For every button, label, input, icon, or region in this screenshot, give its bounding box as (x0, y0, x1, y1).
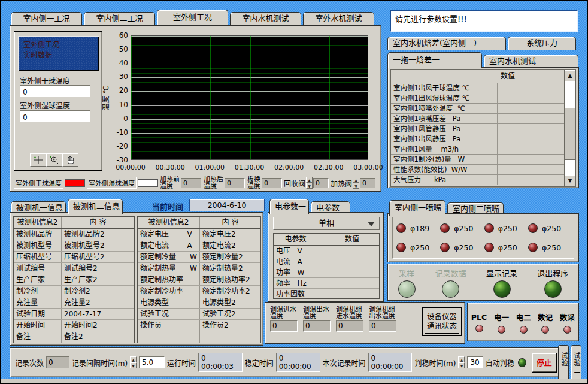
record-count-label: 记录次数 (15, 358, 44, 368)
nozzle-indicator[interactable]: φ250 (440, 223, 482, 233)
action-button-led[interactable] (398, 280, 416, 298)
right-tab[interactable]: 室内水机测试 (484, 55, 578, 68)
action-button-led[interactable] (442, 280, 459, 298)
action-button[interactable]: 退出程序 (537, 267, 568, 298)
comm-status-label: 数采 (560, 312, 575, 323)
measurement-row[interactable]: 室内侧1出风干球温度 ℃ (391, 83, 565, 93)
legend-entry[interactable]: 室外侧干球温度 (14, 177, 85, 189)
measurement-table-header: 数值 (391, 70, 565, 83)
power-tab-label: 电参数一 (275, 202, 306, 211)
measurement-value (498, 165, 565, 174)
top-tab[interactable]: 室内水机测试 (230, 12, 301, 25)
water-field: 调温出水 温度 0 (303, 306, 331, 332)
record-time-value: 0 00:00:00 (368, 353, 413, 372)
device-comm-status-button[interactable]: 设备仪器 通讯状态 (422, 307, 462, 336)
power-panel: 单相 电参数一 数值 电压 V 电流 A (268, 212, 384, 302)
measurement-row[interactable]: 室内侧1喷嘴处温度 ℃ (391, 104, 565, 114)
comm-status-led (541, 326, 549, 334)
table-row: 被测机型号 被测机型号2 (14, 240, 134, 252)
unit-tab[interactable]: 被测机二信息 (68, 199, 123, 214)
nozzle-tab[interactable]: 室内侧一喷嘴 (389, 200, 445, 216)
nozzle-label: φ250 (454, 243, 473, 252)
valve-spinner[interactable]: ▲▼ (353, 177, 359, 189)
table-row: 被测机品牌 被测机品牌2 (14, 229, 134, 240)
measurement-label: 室内侧1出风干球温度 ℃ (391, 83, 498, 93)
measurement-row[interactable]: 室内侧1制冷(热)量 W (391, 155, 565, 165)
power-tab[interactable]: 电参数一 (269, 199, 309, 214)
row-value: 充注量2 (62, 297, 134, 308)
nozzle-indicator[interactable]: φ250 (440, 243, 482, 252)
pan-tool-icon[interactable] (62, 153, 78, 167)
measurement-row[interactable]: 性能系数(能效比) W/W (391, 165, 565, 175)
right-tab[interactable]: 室内水机焓差(室内侧一) (387, 37, 506, 50)
header-cell: 数值 (325, 234, 379, 245)
nozzle-led (528, 223, 538, 233)
top-tab[interactable]: 室外侧工况 (157, 10, 228, 25)
comm-status-label: 电二 (516, 312, 531, 323)
dry-bulb-value: 0 (20, 85, 90, 97)
table-row: 频率 Hz (274, 278, 379, 289)
top-tab[interactable]: 室外水机测试 (303, 12, 374, 25)
comm-status-item: 电二 (516, 312, 531, 334)
interval-value[interactable]: 5.0 (139, 356, 165, 368)
nozzle-led (484, 243, 494, 252)
row-label: 额定电压 V (138, 229, 200, 240)
nozzle-label: φ250 (410, 243, 429, 252)
row-value: 额定制热量2 (200, 263, 260, 274)
alert-message: 请先进行参数设置!!! (390, 10, 578, 32)
measurement-row[interactable]: 室内侧1出风静压 Pa (391, 134, 565, 144)
temperature-plot-area[interactable] (131, 35, 368, 160)
action-button-label: 记录数据 (435, 267, 466, 279)
interval-spinner[interactable]: ▲▼ (130, 356, 137, 368)
scroll-up-icon[interactable]: ▲ (565, 70, 575, 81)
right-tab[interactable]: 系统压力 (508, 37, 576, 50)
nozzle-indicator[interactable]: φ250 (528, 223, 570, 233)
nozzle-indicator[interactable]: φ250 (484, 243, 526, 252)
top-tab-label: 室外水机测试 (315, 14, 362, 23)
top-tab-label: 室外侧工况 (173, 13, 212, 22)
comm-status-led (520, 326, 528, 334)
phase-dropdown[interactable]: 单相 (273, 217, 380, 230)
nozzle-led-grid: φ189 φ250 φ250 φ250 (392, 217, 574, 259)
nozzle-label: φ250 (498, 243, 517, 252)
scroll-thumb[interactable] (565, 107, 575, 160)
record-count-value: 0 (46, 356, 69, 368)
measurement-row[interactable]: 室内侧1出风湿球温度 ℃ (391, 93, 565, 104)
stop-button[interactable]: 停止 (532, 353, 556, 372)
valve-value[interactable]: 0 (313, 178, 329, 188)
action-button-led[interactable] (493, 280, 511, 298)
nozzle-indicator[interactable]: φ250 (484, 223, 526, 233)
unit-tab-label: 被测机一信息 (16, 203, 63, 212)
measurement-row[interactable]: 室内侧1风管静压 Pa (391, 124, 565, 134)
water-label-bottom: 进水温度 (336, 313, 363, 319)
experiment-tab[interactable]: 试验二 (571, 345, 581, 380)
valve-spinner[interactable]: ▲▼ (306, 177, 313, 189)
experiment-tab[interactable]: 试验一 (558, 345, 569, 380)
judge-spinner[interactable]: ▲▼ (458, 356, 465, 368)
zoom-tool-icon[interactable] (46, 153, 62, 167)
action-button[interactable]: 显示记录 (486, 267, 517, 298)
legend-entry[interactable]: 室外侧湿球温度 (87, 177, 158, 189)
row-value: 备注2 (62, 331, 134, 343)
action-button[interactable]: 记录数据 (435, 267, 466, 298)
measurement-label: 室内侧1出风湿球温度 ℃ (391, 93, 498, 103)
top-tab[interactable]: 室内侧二工况 (84, 12, 155, 25)
top-tab[interactable]: 室内侧一工况 (11, 12, 82, 25)
row-value: 被测机品牌2 (62, 229, 134, 240)
action-button-led[interactable] (544, 280, 562, 298)
nozzle-indicator[interactable]: φ189 (396, 223, 438, 233)
right-tab[interactable]: 一拖一焓差一 (387, 52, 482, 68)
nozzle-indicator[interactable]: φ250 (528, 243, 570, 252)
row-value: 额定电压2 (200, 229, 260, 240)
table-scrollbar[interactable]: ▲ ▼ (564, 69, 576, 187)
nozzle-indicator[interactable]: φ250 (396, 243, 438, 252)
measurement-row[interactable]: 室内侧1喷嘴压差 Pa (391, 114, 565, 124)
judge-time-value[interactable]: 30 (467, 356, 483, 368)
measurement-row[interactable]: 大气压力 kPa (391, 175, 565, 185)
row-label: 制冷剂 (14, 286, 62, 297)
crosshair-tool-icon[interactable] (30, 153, 46, 167)
measurement-row[interactable]: 室内侧1风量 m3/h (391, 144, 565, 155)
scroll-down-icon[interactable]: ▼ (565, 175, 575, 186)
action-button[interactable]: 采样 (398, 267, 416, 298)
valve-value[interactable]: 0 (360, 178, 375, 188)
